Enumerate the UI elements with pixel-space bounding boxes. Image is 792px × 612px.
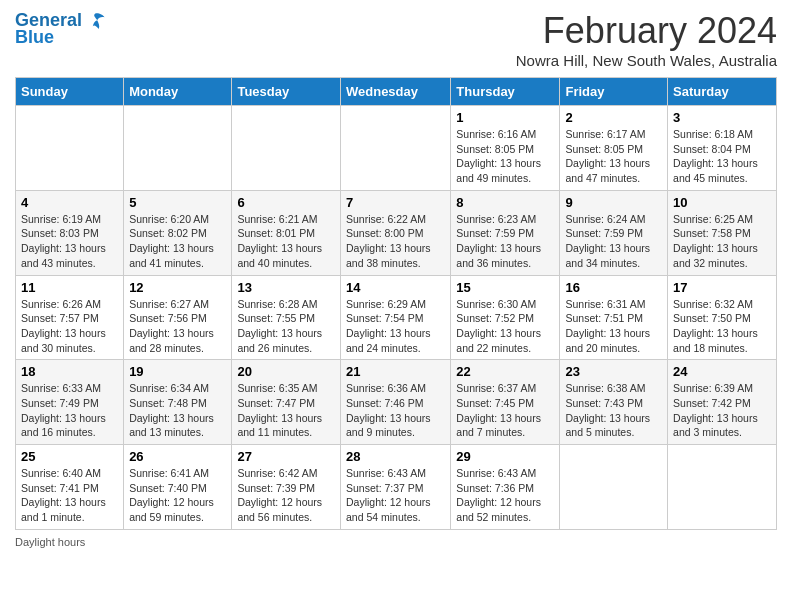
calendar-cell: 24Sunrise: 6:39 AM Sunset: 7:42 PM Dayli… — [668, 360, 777, 445]
day-info: Sunrise: 6:27 AM Sunset: 7:56 PM Dayligh… — [129, 297, 226, 356]
calendar-day-header: Friday — [560, 78, 668, 106]
calendar-cell: 16Sunrise: 6:31 AM Sunset: 7:51 PM Dayli… — [560, 275, 668, 360]
day-number: 18 — [21, 364, 118, 379]
day-info: Sunrise: 6:38 AM Sunset: 7:43 PM Dayligh… — [565, 381, 662, 440]
day-info: Sunrise: 6:18 AM Sunset: 8:04 PM Dayligh… — [673, 127, 771, 186]
calendar-cell: 18Sunrise: 6:33 AM Sunset: 7:49 PM Dayli… — [16, 360, 124, 445]
day-number: 7 — [346, 195, 445, 210]
calendar-cell: 19Sunrise: 6:34 AM Sunset: 7:48 PM Dayli… — [124, 360, 232, 445]
calendar-week-row: 18Sunrise: 6:33 AM Sunset: 7:49 PM Dayli… — [16, 360, 777, 445]
day-info: Sunrise: 6:22 AM Sunset: 8:00 PM Dayligh… — [346, 212, 445, 271]
calendar-cell: 13Sunrise: 6:28 AM Sunset: 7:55 PM Dayli… — [232, 275, 341, 360]
day-number: 15 — [456, 280, 554, 295]
day-info: Sunrise: 6:16 AM Sunset: 8:05 PM Dayligh… — [456, 127, 554, 186]
day-info: Sunrise: 6:19 AM Sunset: 8:03 PM Dayligh… — [21, 212, 118, 271]
day-number: 12 — [129, 280, 226, 295]
day-info: Sunrise: 6:25 AM Sunset: 7:58 PM Dayligh… — [673, 212, 771, 271]
calendar-cell: 26Sunrise: 6:41 AM Sunset: 7:40 PM Dayli… — [124, 445, 232, 530]
day-number: 27 — [237, 449, 335, 464]
day-number: 10 — [673, 195, 771, 210]
calendar-cell: 29Sunrise: 6:43 AM Sunset: 7:36 PM Dayli… — [451, 445, 560, 530]
calendar-cell: 25Sunrise: 6:40 AM Sunset: 7:41 PM Dayli… — [16, 445, 124, 530]
day-info: Sunrise: 6:40 AM Sunset: 7:41 PM Dayligh… — [21, 466, 118, 525]
calendar-cell: 23Sunrise: 6:38 AM Sunset: 7:43 PM Dayli… — [560, 360, 668, 445]
day-number: 17 — [673, 280, 771, 295]
day-number: 2 — [565, 110, 662, 125]
day-number: 6 — [237, 195, 335, 210]
calendar-cell: 10Sunrise: 6:25 AM Sunset: 7:58 PM Dayli… — [668, 190, 777, 275]
calendar-cell: 4Sunrise: 6:19 AM Sunset: 8:03 PM Daylig… — [16, 190, 124, 275]
calendar-day-header: Sunday — [16, 78, 124, 106]
day-info: Sunrise: 6:43 AM Sunset: 7:37 PM Dayligh… — [346, 466, 445, 525]
calendar-header-row: SundayMondayTuesdayWednesdayThursdayFrid… — [16, 78, 777, 106]
day-info: Sunrise: 6:20 AM Sunset: 8:02 PM Dayligh… — [129, 212, 226, 271]
day-number: 23 — [565, 364, 662, 379]
calendar-week-row: 11Sunrise: 6:26 AM Sunset: 7:57 PM Dayli… — [16, 275, 777, 360]
calendar-cell: 15Sunrise: 6:30 AM Sunset: 7:52 PM Dayli… — [451, 275, 560, 360]
calendar-cell — [668, 445, 777, 530]
day-info: Sunrise: 6:37 AM Sunset: 7:45 PM Dayligh… — [456, 381, 554, 440]
day-info: Sunrise: 6:30 AM Sunset: 7:52 PM Dayligh… — [456, 297, 554, 356]
day-number: 25 — [21, 449, 118, 464]
day-number: 14 — [346, 280, 445, 295]
calendar-cell: 2Sunrise: 6:17 AM Sunset: 8:05 PM Daylig… — [560, 106, 668, 191]
day-number: 21 — [346, 364, 445, 379]
calendar-cell — [340, 106, 450, 191]
calendar-cell: 6Sunrise: 6:21 AM Sunset: 8:01 PM Daylig… — [232, 190, 341, 275]
day-number: 20 — [237, 364, 335, 379]
day-number: 19 — [129, 364, 226, 379]
calendar-day-header: Monday — [124, 78, 232, 106]
calendar-cell: 21Sunrise: 6:36 AM Sunset: 7:46 PM Dayli… — [340, 360, 450, 445]
day-info: Sunrise: 6:24 AM Sunset: 7:59 PM Dayligh… — [565, 212, 662, 271]
day-number: 4 — [21, 195, 118, 210]
calendar-week-row: 25Sunrise: 6:40 AM Sunset: 7:41 PM Dayli… — [16, 445, 777, 530]
day-info: Sunrise: 6:41 AM Sunset: 7:40 PM Dayligh… — [129, 466, 226, 525]
day-number: 11 — [21, 280, 118, 295]
calendar-cell: 14Sunrise: 6:29 AM Sunset: 7:54 PM Dayli… — [340, 275, 450, 360]
day-number: 1 — [456, 110, 554, 125]
day-info: Sunrise: 6:33 AM Sunset: 7:49 PM Dayligh… — [21, 381, 118, 440]
calendar-cell: 8Sunrise: 6:23 AM Sunset: 7:59 PM Daylig… — [451, 190, 560, 275]
page-header: General Blue February 2024 Nowra Hill, N… — [15, 10, 777, 69]
title-block: February 2024 Nowra Hill, New South Wale… — [516, 10, 777, 69]
logo-bird-icon — [84, 10, 106, 32]
calendar-body: 1Sunrise: 6:16 AM Sunset: 8:05 PM Daylig… — [16, 106, 777, 530]
calendar-week-row: 1Sunrise: 6:16 AM Sunset: 8:05 PM Daylig… — [16, 106, 777, 191]
day-number: 24 — [673, 364, 771, 379]
calendar-cell: 17Sunrise: 6:32 AM Sunset: 7:50 PM Dayli… — [668, 275, 777, 360]
day-info: Sunrise: 6:42 AM Sunset: 7:39 PM Dayligh… — [237, 466, 335, 525]
day-info: Sunrise: 6:21 AM Sunset: 8:01 PM Dayligh… — [237, 212, 335, 271]
calendar-table: SundayMondayTuesdayWednesdayThursdayFrid… — [15, 77, 777, 530]
calendar-cell — [560, 445, 668, 530]
day-number: 29 — [456, 449, 554, 464]
main-title: February 2024 — [516, 10, 777, 52]
day-info: Sunrise: 6:29 AM Sunset: 7:54 PM Dayligh… — [346, 297, 445, 356]
day-info: Sunrise: 6:35 AM Sunset: 7:47 PM Dayligh… — [237, 381, 335, 440]
calendar-day-header: Tuesday — [232, 78, 341, 106]
calendar-cell: 12Sunrise: 6:27 AM Sunset: 7:56 PM Dayli… — [124, 275, 232, 360]
day-number: 16 — [565, 280, 662, 295]
day-info: Sunrise: 6:23 AM Sunset: 7:59 PM Dayligh… — [456, 212, 554, 271]
day-number: 28 — [346, 449, 445, 464]
day-number: 3 — [673, 110, 771, 125]
day-info: Sunrise: 6:34 AM Sunset: 7:48 PM Dayligh… — [129, 381, 226, 440]
calendar-cell: 11Sunrise: 6:26 AM Sunset: 7:57 PM Dayli… — [16, 275, 124, 360]
calendar-week-row: 4Sunrise: 6:19 AM Sunset: 8:03 PM Daylig… — [16, 190, 777, 275]
calendar-cell: 27Sunrise: 6:42 AM Sunset: 7:39 PM Dayli… — [232, 445, 341, 530]
calendar-cell: 20Sunrise: 6:35 AM Sunset: 7:47 PM Dayli… — [232, 360, 341, 445]
day-number: 9 — [565, 195, 662, 210]
calendar-cell: 3Sunrise: 6:18 AM Sunset: 8:04 PM Daylig… — [668, 106, 777, 191]
calendar-cell: 5Sunrise: 6:20 AM Sunset: 8:02 PM Daylig… — [124, 190, 232, 275]
calendar-cell — [232, 106, 341, 191]
day-number: 26 — [129, 449, 226, 464]
day-info: Sunrise: 6:43 AM Sunset: 7:36 PM Dayligh… — [456, 466, 554, 525]
logo-text-blue: Blue — [15, 28, 54, 48]
subtitle: Nowra Hill, New South Wales, Australia — [516, 52, 777, 69]
day-info: Sunrise: 6:36 AM Sunset: 7:46 PM Dayligh… — [346, 381, 445, 440]
calendar-cell: 9Sunrise: 6:24 AM Sunset: 7:59 PM Daylig… — [560, 190, 668, 275]
calendar-cell — [124, 106, 232, 191]
calendar-cell — [16, 106, 124, 191]
day-info: Sunrise: 6:17 AM Sunset: 8:05 PM Dayligh… — [565, 127, 662, 186]
calendar-day-header: Wednesday — [340, 78, 450, 106]
day-info: Sunrise: 6:31 AM Sunset: 7:51 PM Dayligh… — [565, 297, 662, 356]
